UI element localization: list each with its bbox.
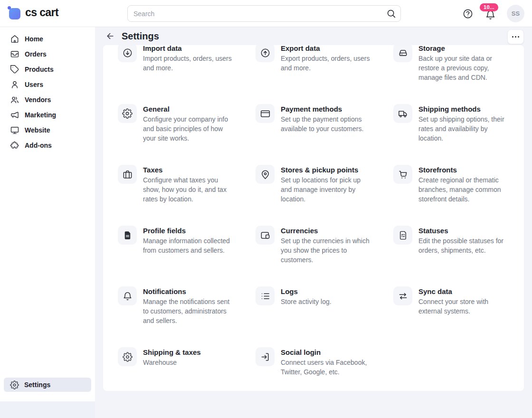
sidebar-item-users[interactable]: Users xyxy=(0,77,95,92)
sidebar-item-orders[interactable]: Orders xyxy=(0,47,95,62)
settings-tile-storefronts[interactable]: StorefrontsCreate regional or thematic b… xyxy=(393,165,524,226)
settings-tile-storage[interactable]: StorageBack up your site data or restore… xyxy=(393,45,524,104)
puzzle-icon xyxy=(10,141,19,150)
map-pin-icon xyxy=(256,165,275,184)
tile-description: Set up shipping options, their rates and… xyxy=(418,114,510,143)
settings-tile-export-data[interactable]: Export dataExport products, orders, user… xyxy=(256,45,393,104)
settings-tile-shipping-and-taxes[interactable]: Shipping & taxesWarehouse xyxy=(118,347,256,391)
settings-tile-profile-fields[interactable]: Profile fieldsManage information collect… xyxy=(118,226,256,286)
users-icon xyxy=(10,95,19,104)
settings-tile-payment-methods[interactable]: Payment methodsSet up the payment option… xyxy=(256,104,393,165)
sidebar-item-label: Vendors xyxy=(25,96,51,104)
tile-title: General xyxy=(143,104,234,114)
gear-icon xyxy=(118,104,137,123)
avatar[interactable]: SS xyxy=(507,5,524,22)
tile-title: Profile fields xyxy=(143,226,234,236)
tile-description: Manage information collected from custom… xyxy=(143,236,234,255)
wallet-icon xyxy=(256,226,275,245)
tile-description: Connect your store with external systems… xyxy=(418,297,510,316)
tile-title: Notifications xyxy=(143,287,234,296)
tile-title: Stores & pickup points xyxy=(281,165,372,175)
notification-badge: 10... xyxy=(480,3,498,11)
settings-tile-statuses[interactable]: StatusesEdit the possible statuses for o… xyxy=(393,226,524,286)
brand-logo[interactable]: cs cart xyxy=(8,6,58,19)
settings-tile-notifications[interactable]: NotificationsManage the notifications se… xyxy=(118,286,256,347)
settings-tile-taxes[interactable]: TaxesConfigure what taxes you show, how … xyxy=(118,165,256,226)
arrow-left-icon xyxy=(105,31,115,41)
settings-tile-social-login[interactable]: Social loginConnect users via Facebook, … xyxy=(256,347,393,391)
file-icon xyxy=(118,226,137,245)
sidebar-item-label: Settings xyxy=(24,381,50,389)
tile-title: Shipping & taxes xyxy=(143,348,234,357)
list-icon xyxy=(256,286,275,305)
tile-title: Storefronts xyxy=(418,165,510,175)
orders-icon xyxy=(10,49,19,59)
tile-title: Storage xyxy=(418,45,510,53)
sidebar-item-website[interactable]: Website xyxy=(0,123,95,138)
sidebar-item-label: Website xyxy=(25,126,50,134)
tile-description: Back up your site data or restore a prev… xyxy=(418,54,510,82)
main-area: Settings Import dataImport products, ord… xyxy=(95,27,532,418)
briefcase-icon xyxy=(118,165,137,184)
login-icon xyxy=(256,347,275,366)
tile-title: Sync data xyxy=(418,287,510,296)
tile-title: Import data xyxy=(143,45,234,53)
notifications-button[interactable]: 10... xyxy=(484,6,496,21)
sidebar-item-home[interactable]: Home xyxy=(0,31,95,47)
sidebar-item-label: Marketing xyxy=(25,111,56,119)
tile-title: Shipping methods xyxy=(418,104,510,114)
megaphone-icon xyxy=(10,110,19,120)
search-icon xyxy=(386,9,396,19)
sidebar-item-label: Home xyxy=(25,35,43,43)
sidebar-item-label: Users xyxy=(25,81,43,88)
sidebar-item-addons[interactable]: Add-ons xyxy=(0,138,95,153)
global-search xyxy=(127,5,401,22)
sidebar-item-vendors[interactable]: Vendors xyxy=(0,92,95,107)
settings-tile-shipping-methods[interactable]: Shipping methodsSet up shipping options,… xyxy=(393,104,524,165)
settings-tile-logs[interactable]: LogsStore activity log. xyxy=(256,286,393,347)
monitor-icon xyxy=(10,125,19,135)
search-button[interactable] xyxy=(381,6,400,21)
cart-icon xyxy=(393,165,412,184)
search-input[interactable] xyxy=(128,6,381,21)
truck-icon xyxy=(393,104,412,123)
cscart-logo-icon xyxy=(8,6,20,19)
brand-name: cs cart xyxy=(25,6,58,19)
home-icon xyxy=(10,34,19,44)
settings-tile-sync-data[interactable]: Sync dataConnect your store with externa… xyxy=(393,286,524,347)
tile-description: Set up the payment options available to … xyxy=(281,114,372,133)
help-button[interactable] xyxy=(462,8,474,19)
sidebar-item-label: Orders xyxy=(25,50,47,58)
tile-description: Create regional or thematic branches, ma… xyxy=(418,175,510,204)
back-button[interactable] xyxy=(105,31,115,41)
arrow-up-circle-icon xyxy=(256,45,275,62)
hard-drive-icon xyxy=(393,45,412,62)
tile-description: Import products, orders, users and more. xyxy=(143,54,234,73)
tile-description: Configure what taxes you show, how you d… xyxy=(143,175,234,204)
page-header: Settings xyxy=(95,27,532,45)
tile-title: Payment methods xyxy=(281,104,372,114)
help-icon xyxy=(462,8,474,19)
sidebar-item-label: Add-ons xyxy=(25,142,52,149)
file-check-icon xyxy=(393,226,412,245)
sidebar-item-settings[interactable]: Settings xyxy=(4,378,91,392)
user-icon xyxy=(10,80,19,89)
settings-tile-currencies[interactable]: CurrenciesSet up the currencies in which… xyxy=(256,226,393,286)
tile-description: Set up locations for pick up and manage … xyxy=(281,175,372,204)
sidebar-item-marketing[interactable]: Marketing xyxy=(0,107,95,123)
tile-description: Set up the currencies in which you show … xyxy=(281,236,372,265)
settings-tile-general[interactable]: GeneralConfigure your company info and b… xyxy=(118,104,256,165)
tile-title: Logs xyxy=(281,287,372,296)
tile-description: Store activity log. xyxy=(281,297,372,306)
settings-panel: Import dataImport products, orders, user… xyxy=(103,45,524,391)
settings-tile-stores-pickup-points[interactable]: Stores & pickup pointsSet up locations f… xyxy=(256,165,393,226)
tile-description: Manage the notifications sent to custome… xyxy=(143,297,234,325)
more-actions-button[interactable] xyxy=(507,29,524,44)
tile-description: Connect users via Facebook, Twitter, Goo… xyxy=(281,358,372,377)
settings-tile-import-data[interactable]: Import dataImport products, orders, user… xyxy=(118,45,256,104)
tile-description: Configure your company info and basic pr… xyxy=(143,114,234,143)
gear-icon xyxy=(10,380,19,390)
sidebar-item-products[interactable]: Products xyxy=(0,62,95,77)
tile-title: Social login xyxy=(281,348,372,357)
arrow-down-circle-icon xyxy=(118,45,137,62)
